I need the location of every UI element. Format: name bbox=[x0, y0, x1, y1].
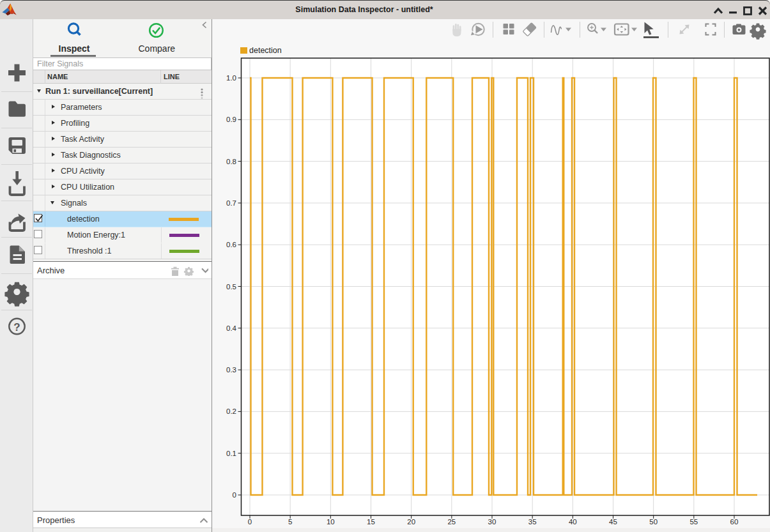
svg-text:30: 30 bbox=[488, 518, 497, 526]
svg-text:?: ? bbox=[13, 321, 20, 333]
svg-text:25: 25 bbox=[447, 518, 456, 526]
svg-text:0: 0 bbox=[248, 518, 252, 526]
svg-text:60: 60 bbox=[730, 518, 739, 526]
svg-text:10: 10 bbox=[327, 518, 335, 526]
svg-text:15: 15 bbox=[367, 518, 375, 526]
svg-text:0.9: 0.9 bbox=[226, 116, 236, 123]
svg-text:1.0: 1.0 bbox=[226, 74, 236, 82]
svg-text:0.7: 0.7 bbox=[226, 199, 236, 207]
svg-text:20: 20 bbox=[407, 518, 415, 526]
svg-text:45: 45 bbox=[609, 518, 617, 526]
svg-text:0.3: 0.3 bbox=[226, 366, 236, 374]
svg-text:55: 55 bbox=[689, 518, 698, 526]
svg-text:50: 50 bbox=[649, 518, 658, 526]
svg-text:5: 5 bbox=[288, 518, 292, 526]
svg-text:35: 35 bbox=[528, 518, 537, 526]
svg-text:0: 0 bbox=[233, 491, 236, 499]
svg-text:40: 40 bbox=[569, 518, 577, 526]
svg-text:0.1: 0.1 bbox=[226, 450, 236, 457]
svg-text:0.4: 0.4 bbox=[226, 324, 237, 332]
svg-text:0.5: 0.5 bbox=[226, 283, 236, 291]
svg-text:0.6: 0.6 bbox=[226, 241, 236, 248]
svg-text:0.2: 0.2 bbox=[226, 407, 236, 415]
svg-text:0.8: 0.8 bbox=[226, 158, 236, 165]
